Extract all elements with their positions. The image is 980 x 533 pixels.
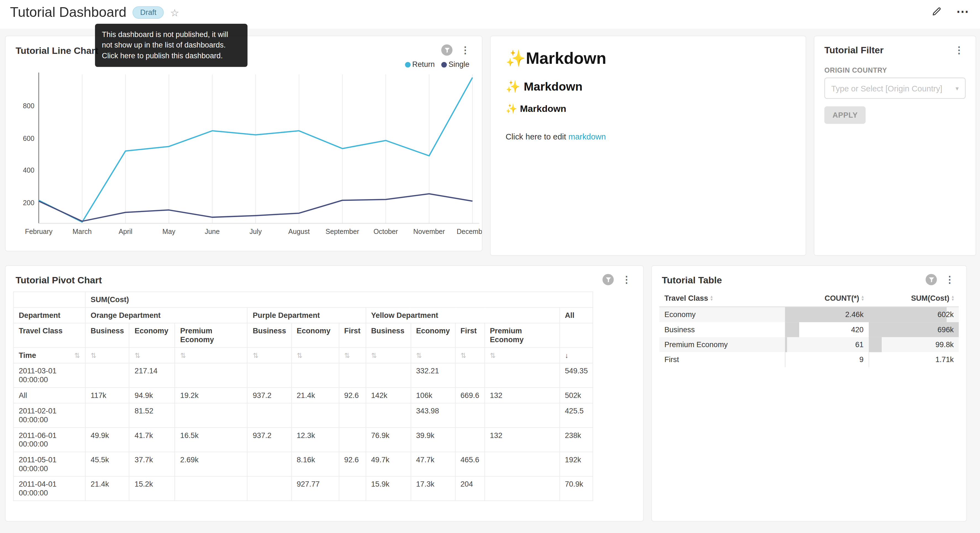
table-cell-sum: 696k: [869, 322, 959, 337]
pivot-row-label: 2011-06-01 00:00:00: [14, 428, 85, 452]
legend-dot: [441, 62, 447, 67]
pivot-cell: [291, 403, 339, 428]
filter-indicator-icon[interactable]: [441, 45, 452, 56]
table-column-header[interactable]: SUM(Cost)▴▾: [869, 290, 959, 307]
pivot-cell: [484, 452, 560, 476]
line-chart-menu-icon[interactable]: ⋮: [459, 45, 472, 55]
pivot-cell: 15.9k: [366, 476, 411, 501]
pivot-cell: [484, 403, 560, 428]
table-cell-travel-class: First: [660, 352, 785, 367]
pivot-sort-cell[interactable]: ⇅: [129, 348, 175, 363]
pivot-cell: 92.6: [339, 452, 366, 476]
sort-carets-icon[interactable]: ▴▾: [862, 295, 864, 302]
publish-tooltip[interactable]: This dashboard is not published, it will…: [95, 24, 247, 67]
sort-icon[interactable]: ⇅: [180, 351, 186, 359]
table-row: Business420696k: [660, 322, 959, 337]
apply-button[interactable]: APPLY: [824, 106, 866, 124]
sort-carets-icon[interactable]: ▴▾: [952, 295, 954, 302]
table-row: Premium Economy6199.8k: [660, 337, 959, 352]
pivot-header-cell: SUM(Cost): [85, 292, 593, 308]
x-axis-label: May: [144, 228, 194, 235]
table-cell-sum: 99.8k: [869, 337, 959, 352]
pivot-cell: 49.9k: [85, 428, 129, 452]
line-chart-title: Tutorial Line Chart: [16, 45, 98, 56]
edit-pencil-icon[interactable]: [931, 6, 942, 17]
filter-card-menu-icon[interactable]: ⋮: [952, 45, 966, 55]
pivot-sort-cell[interactable]: ⇅: [484, 348, 560, 363]
table-cell-travel-class: Business: [660, 322, 785, 337]
sort-icon[interactable]: ⇅: [460, 351, 466, 359]
pivot-sort-cell[interactable]: ⇅: [247, 348, 291, 363]
pivot-sort-cell[interactable]: ⇅: [291, 348, 339, 363]
sort-icon[interactable]: ⇅: [135, 351, 140, 359]
pivot-sort-cell[interactable]: ⇅: [339, 348, 366, 363]
pivot-cell: [366, 403, 411, 428]
pivot-row: 2011-06-01 00:00:0049.9k41.7k16.5k937.21…: [14, 428, 593, 452]
sort-icon[interactable]: ⇅: [74, 351, 80, 359]
table-cell-count: 9: [785, 352, 869, 367]
pivot-header-row: DepartmentOrange DepartmentPurple Depart…: [14, 307, 593, 323]
markdown-footer: Click here to edit markdown: [506, 132, 791, 141]
legend-item-single[interactable]: Single: [441, 60, 469, 69]
pivot-cell: 217.14: [129, 363, 175, 388]
x-axis-label: April: [100, 228, 150, 235]
sort-icon[interactable]: ⇅: [416, 351, 422, 359]
select-placeholder: Type or Select [Origin Country]: [831, 83, 942, 93]
table-header: Tutorial Table ⋮: [652, 266, 966, 289]
pivot-time-header[interactable]: Time⇅: [14, 348, 85, 363]
pivot-cell: 21.4k: [291, 388, 339, 403]
sort-icon[interactable]: ⇅: [297, 351, 302, 359]
favorite-star-icon[interactable]: ☆: [170, 6, 179, 19]
pivot-cell: 2.69k: [175, 452, 248, 476]
sort-icon[interactable]: ⇅: [91, 351, 96, 359]
draft-status-badge[interactable]: Draft: [133, 6, 164, 19]
sort-icon[interactable]: ⇅: [371, 351, 377, 359]
filter-indicator-icon[interactable]: [926, 274, 937, 285]
pivot-cell: [175, 363, 248, 388]
table-menu-icon[interactable]: ⋮: [943, 274, 956, 284]
legend-dot: [405, 62, 410, 67]
origin-country-select[interactable]: Type or Select [Origin Country] ▾: [824, 78, 966, 99]
pivot-sort-cell[interactable]: ⇅: [455, 348, 484, 363]
pivot-cell: 132: [484, 388, 560, 403]
pivot-cell: [484, 476, 560, 501]
legend-item-return[interactable]: Return: [405, 60, 435, 69]
markdown-body: ✨Markdown ✨ Markdown ✨ Markdown Click he…: [490, 36, 805, 141]
markdown-card: ✨Markdown ✨ Markdown ✨ Markdown Click he…: [490, 36, 807, 256]
pivot-sort-cell[interactable]: ⇅: [366, 348, 411, 363]
page-title: Tutorial Dashboard: [10, 5, 126, 21]
sort-icon[interactable]: ⇅: [344, 351, 350, 359]
sort-icon[interactable]: ↓: [565, 351, 568, 359]
pivot-menu-icon[interactable]: ⋮: [620, 274, 633, 284]
pivot-sort-cell[interactable]: ↓: [560, 348, 593, 363]
pivot-sort-cell[interactable]: ⇅: [175, 348, 248, 363]
origin-country-label: ORIGIN COUNTRY: [824, 66, 966, 74]
sort-carets-icon[interactable]: ▴▾: [711, 295, 713, 302]
markdown-heading-1: ✨Markdown: [506, 49, 791, 68]
table-column-header[interactable]: COUNT(*)▴▾: [785, 290, 869, 307]
pivot-cell: 81.52: [129, 403, 175, 428]
more-options-icon[interactable]: ⋯: [956, 5, 969, 18]
pivot-cell: 669.6: [455, 388, 484, 403]
pivot-header-cell: Business: [366, 323, 411, 348]
pivot-sort-cell[interactable]: ⇅: [85, 348, 129, 363]
pivot-cell: 76.9k: [366, 428, 411, 452]
pivot-row: All117k94.9k19.2k937.221.4k92.6142k106k6…: [14, 388, 593, 403]
sort-icon[interactable]: ⇅: [253, 351, 258, 359]
pivot-header-cell: Orange Department: [85, 307, 247, 323]
pivot-header-cell: Purple Department: [247, 307, 366, 323]
markdown-edit-link[interactable]: markdown: [568, 132, 606, 141]
pivot-sort-cell[interactable]: ⇅: [411, 348, 455, 363]
pivot-cell: 94.9k: [129, 388, 175, 403]
pivot-cell: 204: [455, 476, 484, 501]
legend: ReturnSingle: [405, 60, 469, 69]
pivot-cell: [247, 452, 291, 476]
pivot-header-cell: [560, 323, 593, 348]
table-column-header[interactable]: Travel Class▴▾: [660, 290, 785, 307]
x-axis-label: October: [361, 228, 411, 235]
sort-icon[interactable]: ⇅: [490, 351, 496, 359]
pivot-row: 2011-02-01 00:00:0081.52343.98425.5: [14, 403, 593, 428]
pivot-cell: [175, 403, 248, 428]
pivot-cell: 8.16k: [291, 452, 339, 476]
filter-indicator-icon[interactable]: [602, 274, 614, 285]
